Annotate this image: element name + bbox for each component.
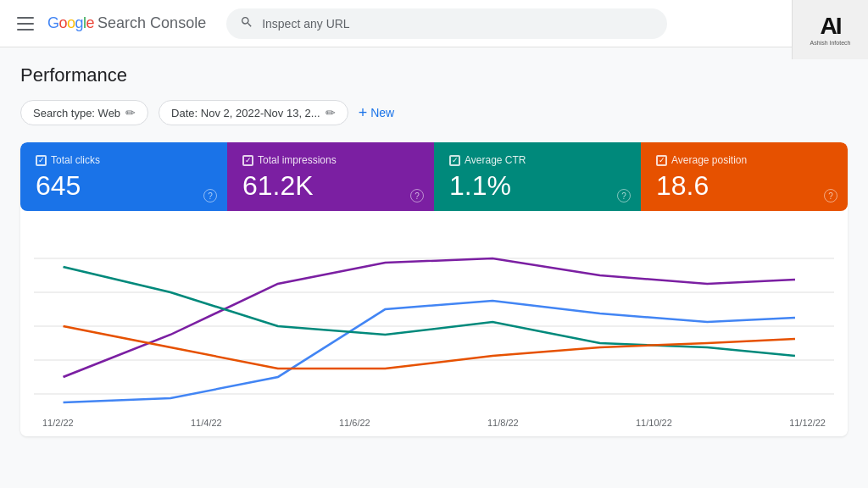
- clicks-help-icon[interactable]: ?: [203, 189, 217, 202]
- metric-position[interactable]: ✓ Average position 18.6 ?: [641, 142, 848, 211]
- watermark-company-text: Ashish Infotech: [810, 40, 851, 46]
- logo: Google Search Console: [47, 14, 206, 32]
- google-logo-text: Google: [47, 14, 94, 32]
- search-bar[interactable]: Inspect any URL: [226, 8, 667, 39]
- header-left: Google Search Console: [14, 14, 206, 34]
- metric-impressions[interactable]: ✓ Total impressions 61.2K ?: [227, 142, 434, 211]
- clicks-value: 645: [36, 171, 212, 201]
- x-label-4: 11/10/22: [636, 418, 672, 428]
- search-icon: [240, 15, 253, 32]
- search-type-label: Search type: Web: [33, 107, 120, 119]
- watermark-ai-text: AI: [821, 14, 841, 38]
- position-value: 18.6: [656, 171, 832, 201]
- metric-ctr-label: ✓ Average CTR: [449, 154, 626, 166]
- x-label-2: 11/6/22: [339, 418, 370, 428]
- x-label-3: 11/8/22: [487, 418, 519, 428]
- edit-date-icon[interactable]: ✏: [326, 106, 336, 119]
- metric-position-label: ✓ Average position: [656, 154, 832, 166]
- metrics-row: ✓ Total clicks 645 ? ✓ Total impressions…: [20, 142, 848, 211]
- position-checkbox[interactable]: ✓: [656, 155, 667, 166]
- main-content: Performance Search type: Web ✏ Date: Nov…: [0, 47, 868, 453]
- filter-bar: Search type: Web ✏ Date: Nov 2, 2022-Nov…: [20, 100, 848, 125]
- header: Google Search Console Inspect any URL AI…: [0, 0, 868, 47]
- product-name: Search Console: [97, 14, 206, 32]
- x-label-0: 11/2/22: [42, 418, 74, 428]
- ctr-value: 1.1%: [449, 171, 626, 201]
- ctr-checkbox[interactable]: ✓: [449, 155, 460, 166]
- edit-search-type-icon[interactable]: ✏: [125, 106, 136, 119]
- chart-area: 11/2/22 11/4/22 11/6/22 11/8/22 11/10/22…: [20, 211, 848, 436]
- performance-card: ✓ Total clicks 645 ? ✓ Total impressions…: [20, 142, 848, 436]
- hamburger-menu-icon[interactable]: [14, 14, 37, 34]
- impressions-help-icon[interactable]: ?: [410, 189, 424, 202]
- new-filter-button[interactable]: + New: [359, 105, 395, 120]
- date-label: Date: Nov 2, 2022-Nov 13, 2...: [171, 107, 320, 119]
- search-type-filter[interactable]: Search type: Web ✏: [20, 100, 148, 125]
- impressions-value: 61.2K: [242, 171, 419, 201]
- search-input[interactable]: Inspect any URL: [262, 17, 654, 30]
- ctr-help-icon[interactable]: ?: [617, 189, 631, 202]
- x-label-5: 11/12/22: [789, 418, 826, 428]
- plus-icon: +: [359, 105, 368, 120]
- page-title: Performance: [20, 64, 848, 86]
- date-filter[interactable]: Date: Nov 2, 2022-Nov 13, 2... ✏: [159, 100, 348, 125]
- performance-chart: [34, 225, 834, 411]
- new-filter-label: New: [370, 106, 394, 119]
- impressions-checkbox[interactable]: ✓: [242, 155, 253, 166]
- metric-clicks[interactable]: ✓ Total clicks 645 ?: [20, 142, 227, 211]
- metric-clicks-label: ✓ Total clicks: [36, 154, 212, 166]
- x-axis-labels: 11/2/22 11/4/22 11/6/22 11/8/22 11/10/22…: [34, 414, 834, 428]
- metric-impressions-label: ✓ Total impressions: [242, 154, 419, 166]
- x-label-1: 11/4/22: [191, 418, 222, 428]
- clicks-checkbox[interactable]: ✓: [36, 155, 47, 166]
- position-help-icon[interactable]: ?: [824, 189, 837, 202]
- metric-ctr[interactable]: ✓ Average CTR 1.1% ?: [434, 142, 641, 211]
- watermark-logo: AI Ashish Infotech: [792, 0, 868, 59]
